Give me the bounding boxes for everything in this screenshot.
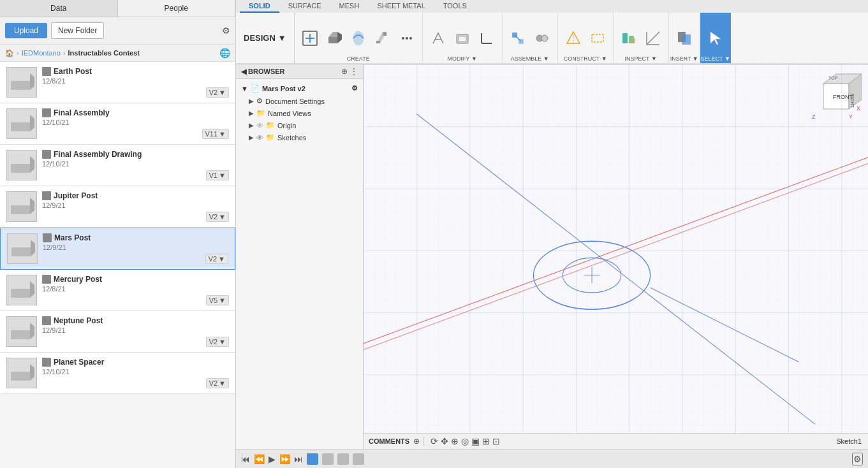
browser-collapse-btn[interactable]: ⋮ [350, 67, 358, 76]
zoom-btn[interactable]: ⊕ [451, 436, 459, 446]
browser-item-sketches[interactable]: ▶ 👁 📁 Sketches [236, 131, 363, 143]
breadcrumb-parent[interactable]: IEDMontano [22, 49, 61, 57]
zoom-fit-btn[interactable]: ◎ [461, 436, 469, 446]
insert-btn[interactable] [673, 19, 696, 57]
new-sketch-btn[interactable] [298, 19, 321, 57]
tab-people[interactable]: People [118, 0, 236, 17]
browser-item-origin[interactable]: ▶ 👁 📁 Origin [236, 119, 363, 131]
cad-tab-sheet_metal[interactable]: SHEET METAL [368, 0, 434, 13]
svg-rect-54 [682, 34, 691, 45]
file-version-badge[interactable]: V2 ▼ [205, 254, 228, 264]
modify-btn[interactable] [427, 19, 450, 57]
root-label: Mars Post v2 [262, 85, 305, 92]
viewport-tools: ⟳ ✥ ⊕ ◎ ▣ ⊞ ⊡ [430, 436, 500, 446]
grid-btn[interactable]: ⊞ [482, 436, 490, 446]
svg-rect-9 [11, 205, 30, 214]
timeline-item-3[interactable] [337, 453, 349, 465]
skip-start-btn[interactable]: ⏮ [241, 454, 250, 464]
cad-tab-solid[interactable]: SOLID [240, 0, 279, 13]
comments-add-btn[interactable]: ⊕ [413, 437, 420, 446]
browser-item-named-views[interactable]: ▶ 📁 Named Views [236, 107, 363, 119]
file-info: Mercury Post12/8/21V5 ▼ [42, 275, 229, 305]
globe-icon[interactable]: 🌐 [219, 48, 230, 58]
file-date: 12/10/21 [42, 119, 229, 126]
timeline-item-active[interactable] [307, 453, 318, 465]
timeline-item-4[interactable] [353, 453, 364, 465]
home-icon[interactable]: 🏠 [5, 49, 14, 57]
design-button[interactable]: DESIGN ▼ [236, 13, 295, 63]
file-item[interactable]: Jupiter Post12/9/21V2 ▼ [0, 186, 235, 228]
fillet-btn[interactable] [475, 19, 498, 57]
svg-text:X: X [857, 105, 860, 112]
file-item[interactable]: Planet Spacer12/10/21V2 ▼ [0, 353, 235, 394]
file-item[interactable]: Final Assembly12/10/21V11 ▼ [0, 103, 235, 145]
design-chevron: ▼ [278, 33, 286, 43]
file-version-badge[interactable]: V2 ▼ [206, 87, 229, 98]
file-list: Earth Post12/8/21V2 ▼Final Assembly12/10… [0, 62, 235, 468]
svg-marker-16 [11, 281, 30, 289]
more-view-btn[interactable]: ⊡ [492, 436, 500, 446]
settings-icon-button[interactable]: ⚙ [222, 26, 230, 36]
insert-label: INSERT ▼ [669, 55, 700, 62]
file-version-badge[interactable]: V11 ▼ [202, 129, 229, 139]
inspect-btn2[interactable] [642, 19, 665, 57]
file-version-badge[interactable]: V2 ▼ [206, 337, 229, 347]
file-version-badge[interactable]: V5 ▼ [206, 295, 229, 305]
tab-data[interactable]: Data [0, 0, 118, 17]
browser-menu-btn[interactable]: ⊕ [341, 67, 348, 76]
file-item[interactable]: Final Assembly Drawing12/10/21V1 ▼ [0, 145, 235, 186]
sketches-eye-icon[interactable]: 👁 [256, 134, 263, 142]
sketch-label: Sketch1 [836, 437, 862, 445]
skip-end-btn[interactable]: ⏭ [294, 454, 303, 464]
file-version-badge[interactable]: V2 ▼ [206, 378, 229, 388]
revolve-btn[interactable] [347, 19, 370, 57]
new-folder-button[interactable]: New Folder [51, 22, 104, 39]
play-btn[interactable]: ▶ [268, 454, 276, 464]
file-info: Final Assembly Drawing12/10/21V1 ▼ [42, 150, 229, 180]
file-info: Neptune Post12/9/21V2 ▼ [42, 316, 229, 347]
inspect-btn1[interactable] [617, 19, 640, 57]
file-date: 12/9/21 [42, 326, 229, 334]
design-label: DESIGN [244, 33, 276, 43]
browser-item-doc-settings[interactable]: ▶ ⚙ Document Settings [236, 95, 363, 107]
construct-btn2[interactable] [586, 19, 609, 57]
upload-button[interactable]: Upload [5, 23, 47, 38]
bottom-settings-btn[interactable]: ⚙ [852, 453, 863, 465]
file-item[interactable]: Mars Post12/9/21V2 ▼ [0, 228, 235, 270]
orbit-btn[interactable]: ⟳ [430, 436, 438, 446]
pan-btn[interactable]: ✥ [441, 436, 448, 446]
origin-eye-icon[interactable]: 👁 [256, 122, 263, 129]
loft-btn[interactable] [371, 19, 394, 57]
browser-panel: ◀ BROWSER ⊕ ⋮ ▼ 📄 Mars Post v2 ⚙ ▶ ⚙ [236, 64, 364, 449]
svg-rect-27 [328, 37, 337, 43]
file-version-badge[interactable]: V1 ▼ [206, 170, 229, 180]
construct-btn1[interactable] [562, 19, 585, 57]
timeline-item-2[interactable] [322, 453, 334, 465]
file-item[interactable]: Mercury Post12/8/21V5 ▼ [0, 270, 235, 311]
assemble-btn1[interactable] [506, 19, 529, 57]
select-btn[interactable] [704, 19, 727, 57]
browser-tree: ▼ 📄 Mars Post v2 ⚙ ▶ ⚙ Document Settings… [236, 79, 363, 449]
more-create-btn[interactable] [395, 19, 418, 57]
cad-tab-mesh[interactable]: MESH [330, 0, 369, 13]
file-version-badge[interactable]: V2 ▼ [206, 212, 229, 222]
nav-cube[interactable]: FRONT TOP RIGHT Z Y X [811, 71, 862, 122]
svg-marker-13 [11, 240, 31, 247]
viewport-bottom-bar: COMMENTS ⊕ ⟳ ✥ ⊕ ◎ ▣ ⊞ ⊡ Sketch1 [364, 433, 868, 449]
extrude-btn[interactable] [323, 19, 346, 57]
svg-marker-7 [11, 156, 30, 164]
shell-btn[interactable] [451, 19, 474, 57]
construct-label: CONSTRUCT ▼ [558, 55, 613, 62]
viewport[interactable]: FRONT TOP RIGHT Z Y X [364, 64, 868, 449]
file-item[interactable]: Earth Post12/8/21V2 ▼ [0, 62, 235, 103]
root-settings-icon[interactable]: ⚙ [351, 84, 358, 92]
file-date: 12/10/21 [42, 368, 229, 376]
file-item[interactable]: Neptune Post12/9/21V2 ▼ [0, 311, 235, 353]
next-btn[interactable]: ⏩ [279, 454, 290, 464]
prev-btn[interactable]: ⏪ [254, 454, 265, 464]
assemble-btn2[interactable] [531, 19, 554, 57]
browser-root-item[interactable]: ▼ 📄 Mars Post v2 ⚙ [236, 82, 363, 95]
cad-tab-surface[interactable]: SURFACE [279, 0, 330, 13]
cad-tab-tools[interactable]: TOOLS [434, 0, 476, 13]
display-mode-btn[interactable]: ▣ [471, 436, 480, 446]
